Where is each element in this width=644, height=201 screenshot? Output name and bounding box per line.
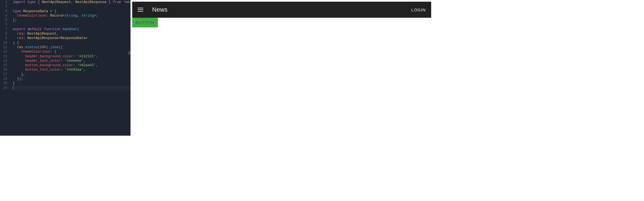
line-number: 5 — [0, 18, 7, 22]
app-header: News LOGIN — [132, 2, 431, 18]
code-line[interactable]: }; — [13, 18, 131, 22]
scrollbar-thumb[interactable] — [128, 51, 131, 55]
line-number: 6 — [0, 22, 7, 27]
line-number: 3 — [0, 9, 7, 14]
code-line[interactable]: header_text_color: '#eeeeee', — [13, 59, 131, 63]
code-line[interactable]: button_text_color: '#4242aa', — [13, 68, 131, 72]
code-editor[interactable]: 1234567891011121314151617181920 import t… — [0, 0, 131, 136]
code-line[interactable]: header_background_color: '#212121', — [13, 54, 131, 59]
primary-button[interactable]: BUTTON — [132, 18, 158, 27]
line-number: 15 — [0, 63, 7, 68]
line-number: 10 — [0, 41, 7, 45]
code-area[interactable]: import type { NextApiRequest, NextApiRes… — [9, 0, 131, 90]
line-number: 4 — [0, 14, 7, 18]
line-number: 7 — [0, 27, 7, 32]
line-number: 19 — [0, 81, 7, 86]
line-number: 9 — [0, 36, 7, 40]
code-line[interactable]: type ResponseData = { — [13, 9, 131, 14]
line-number: 12 — [0, 50, 7, 54]
code-line[interactable]: }, — [13, 72, 131, 77]
hamburger-menu-icon[interactable] — [138, 6, 144, 13]
preview-frame: News LOGIN BUTTON — [132, 2, 431, 134]
line-number: 20 — [0, 86, 7, 90]
line-number: 2 — [0, 4, 7, 9]
text-cursor — [13, 86, 13, 90]
login-button[interactable]: LOGIN — [411, 7, 426, 12]
code-line[interactable]: }); — [13, 77, 131, 81]
code-line[interactable]: res.status(200).json({ — [13, 45, 131, 50]
line-number: 17 — [0, 72, 7, 77]
code-line[interactable]: ) { — [13, 41, 131, 45]
code-line[interactable]: req: NextApiRequest, — [13, 32, 131, 36]
line-number: 1 — [0, 0, 7, 4]
line-number-gutter: 1234567891011121314151617181920 — [0, 0, 9, 90]
code-line[interactable]: themeColorJson: { — [13, 50, 131, 54]
line-number: 11 — [0, 45, 7, 50]
code-line[interactable]: import type { NextApiRequest, NextApiRes… — [13, 0, 131, 4]
header-title: News — [152, 6, 411, 13]
code-line[interactable] — [13, 4, 131, 9]
line-number: 16 — [0, 68, 7, 72]
code-line[interactable] — [13, 22, 131, 27]
code-line[interactable]: export default function handler( — [13, 27, 131, 32]
line-number: 18 — [0, 77, 7, 81]
code-line[interactable]: } — [13, 81, 131, 86]
line-number: 8 — [0, 32, 7, 36]
line-number: 13 — [0, 54, 7, 59]
preview-pane: News LOGIN BUTTON — [131, 0, 433, 136]
code-line[interactable]: button_background_color: '#42aa42', — [13, 63, 131, 68]
code-line[interactable]: themeColorJson: Record<string, string>; — [13, 14, 131, 18]
code-line[interactable] — [13, 86, 131, 90]
line-number: 14 — [0, 59, 7, 63]
code-line[interactable]: res: NextApiResponse<ResponseData> — [13, 36, 131, 40]
